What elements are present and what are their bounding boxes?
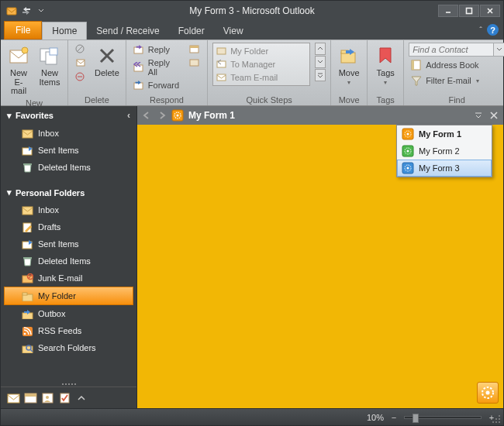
form-option-3[interactable]: My Form 3 bbox=[397, 160, 492, 177]
tab-send-receive[interactable]: Send / Receive bbox=[87, 22, 168, 40]
tab-file[interactable]: File bbox=[4, 21, 42, 40]
form-switcher-dropdown: My Form 1 My Form 2 My Form 3 bbox=[396, 125, 492, 177]
svg-rect-51 bbox=[25, 393, 36, 397]
svg-rect-2 bbox=[467, 9, 472, 14]
svg-rect-0 bbox=[7, 8, 16, 15]
ribbon-group-label: Find bbox=[409, 94, 504, 105]
chevron-down-icon: ▾ bbox=[7, 111, 12, 121]
delete-button[interactable]: Delete bbox=[93, 43, 121, 80]
nav-item-sent[interactable]: Sent Items bbox=[1, 235, 136, 253]
svg-rect-23 bbox=[217, 48, 226, 54]
svg-point-72 bbox=[499, 421, 500, 423]
svg-rect-17 bbox=[134, 47, 143, 53]
minimize-button[interactable] bbox=[438, 5, 458, 17]
reply-button[interactable]: Reply bbox=[131, 43, 181, 57]
form-settings-icon[interactable] bbox=[477, 382, 499, 404]
form-dropdown-icon[interactable] bbox=[472, 109, 485, 122]
zoom-out-button[interactable]: − bbox=[388, 413, 399, 422]
ribbon: New E-mail New Items New Delete bbox=[1, 40, 503, 106]
qa-dropdown-icon[interactable] bbox=[35, 5, 47, 17]
nav-more-icon[interactable] bbox=[74, 390, 89, 406]
nav-item-fav-deleted[interactable]: Deleted Items bbox=[1, 159, 136, 176]
collapse-ribbon-icon[interactable]: ˆ bbox=[479, 26, 482, 35]
tasks-module-icon[interactable] bbox=[57, 390, 72, 406]
nav-item-rss[interactable]: RSS Feeds bbox=[1, 322, 136, 339]
svg-rect-33 bbox=[23, 163, 32, 165]
more-respond-icon[interactable] bbox=[187, 57, 202, 69]
nav-item-inbox[interactable]: Inbox bbox=[1, 201, 136, 218]
nav-forward-icon[interactable] bbox=[156, 109, 168, 122]
nav-section-favorites[interactable]: ▾ Favorites ‹ bbox=[1, 106, 136, 125]
ribbon-group-respond: Reply Reply All Forward Respond bbox=[126, 40, 208, 105]
nav-item-deleted[interactable]: Deleted Items bbox=[1, 253, 136, 270]
nav-item-my-folder[interactable]: My Folder bbox=[4, 287, 133, 305]
form-close-icon[interactable] bbox=[488, 109, 500, 122]
find-contact-dropdown-icon[interactable] bbox=[494, 43, 504, 57]
svg-point-45 bbox=[23, 332, 26, 335]
window-title: My Form 3 - Microsoft Outlook bbox=[1, 5, 503, 16]
svg-rect-31 bbox=[22, 130, 33, 138]
collapse-nav-icon[interactable]: ‹ bbox=[127, 110, 130, 121]
quick-access-toolbar bbox=[1, 5, 47, 17]
quick-steps-up-icon[interactable] bbox=[315, 43, 326, 55]
find-contact-input[interactable] bbox=[409, 43, 494, 57]
svg-point-73 bbox=[495, 421, 497, 423]
contacts-module-icon[interactable] bbox=[40, 390, 55, 406]
nav-item-fav-inbox[interactable]: Inbox bbox=[1, 125, 136, 142]
forward-button[interactable]: Forward bbox=[131, 78, 181, 92]
tab-folder[interactable]: Folder bbox=[169, 22, 214, 40]
nav-item-fav-sent[interactable]: Sent Items bbox=[1, 142, 136, 159]
nav-module-buttons bbox=[1, 386, 136, 408]
address-book-button[interactable]: Address Book bbox=[409, 58, 504, 72]
ribbon-group-delete: Delete Delete bbox=[68, 40, 126, 105]
filter-email-button[interactable]: Filter E-mail▾ bbox=[409, 74, 504, 88]
ignore-icon[interactable] bbox=[73, 43, 88, 55]
svg-rect-12 bbox=[77, 60, 85, 66]
form-option-2[interactable]: My Form 2 bbox=[397, 143, 492, 160]
tab-home[interactable]: Home bbox=[42, 22, 87, 40]
ribbon-group-label: Move bbox=[336, 94, 362, 105]
svg-point-57 bbox=[177, 115, 179, 117]
ribbon-group-find: Address Book Filter E-mail▾ Find bbox=[404, 40, 504, 105]
svg-rect-42 bbox=[22, 293, 27, 295]
cleanup-icon[interactable] bbox=[73, 57, 88, 69]
new-email-button[interactable]: New E-mail bbox=[5, 43, 32, 98]
resize-grip-icon[interactable] bbox=[492, 414, 501, 424]
svg-point-53 bbox=[46, 396, 49, 399]
nav-section-personal[interactable]: ▾ Personal Folders bbox=[1, 184, 136, 201]
junk-icon[interactable] bbox=[73, 70, 88, 83]
quick-steps-down-icon[interactable] bbox=[315, 56, 326, 68]
quick-steps-more-icon[interactable] bbox=[315, 69, 326, 81]
close-button[interactable] bbox=[480, 5, 500, 17]
tab-view[interactable]: View bbox=[214, 22, 253, 40]
ribbon-group-tags: Tags▾ Tags bbox=[368, 40, 404, 105]
nav-item-search-folders[interactable]: Search Folders bbox=[1, 339, 136, 356]
quick-steps-gallery[interactable]: My Folder To Manager Team E-mail bbox=[212, 43, 310, 86]
nav-item-drafts[interactable]: Drafts bbox=[1, 218, 136, 235]
svg-point-65 bbox=[407, 133, 409, 136]
meeting-icon[interactable] bbox=[187, 43, 202, 55]
new-items-button[interactable]: New Items bbox=[36, 43, 63, 88]
svg-line-11 bbox=[77, 46, 83, 52]
move-button[interactable]: Move▾ bbox=[336, 43, 362, 88]
send-receive-icon[interactable] bbox=[20, 5, 33, 17]
help-icon[interactable]: ? bbox=[487, 24, 499, 36]
tags-button[interactable]: Tags▾ bbox=[372, 43, 399, 88]
nav-back-icon[interactable] bbox=[140, 109, 153, 122]
zoom-control: 10% − + bbox=[367, 413, 497, 422]
form-option-1[interactable]: My Form 1 bbox=[397, 125, 492, 143]
nav-item-junk[interactable]: Junk E-mail bbox=[1, 270, 136, 287]
calendar-module-icon[interactable] bbox=[22, 390, 38, 406]
svg-point-62 bbox=[486, 391, 490, 395]
zoom-slider[interactable] bbox=[404, 416, 482, 419]
ribbon-group-new: New E-mail New Items New bbox=[1, 40, 68, 105]
mail-module-icon[interactable] bbox=[5, 390, 21, 406]
nav-item-outbox[interactable]: Outbox bbox=[1, 305, 136, 322]
svg-point-6 bbox=[22, 47, 28, 53]
svg-point-68 bbox=[407, 150, 409, 153]
svg-point-71 bbox=[407, 167, 409, 170]
svg-point-76 bbox=[495, 418, 497, 420]
svg-rect-27 bbox=[341, 53, 355, 63]
maximize-button[interactable] bbox=[459, 5, 479, 17]
reply-all-button[interactable]: Reply All bbox=[131, 57, 181, 77]
